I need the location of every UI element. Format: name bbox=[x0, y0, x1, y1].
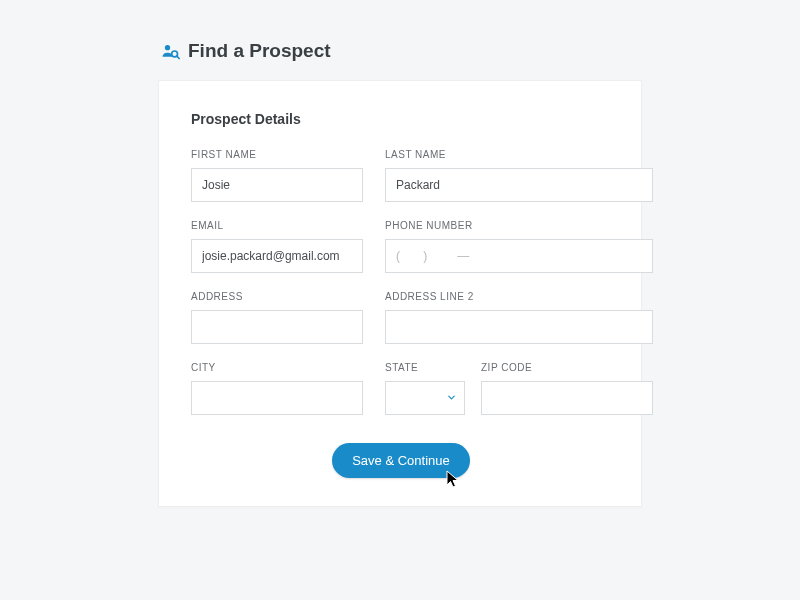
last-name-label: LAST NAME bbox=[385, 149, 653, 160]
email-input[interactable] bbox=[191, 239, 363, 273]
last-name-input[interactable] bbox=[385, 168, 653, 202]
phone-label: PHONE NUMBER bbox=[385, 220, 653, 231]
address2-field: ADDRESS LINE 2 bbox=[385, 291, 653, 344]
form-grid: FIRST NAME LAST NAME EMAIL PHONE NUMBER … bbox=[191, 149, 611, 415]
button-row: Save & Continue bbox=[191, 443, 611, 478]
prospect-details-card: Prospect Details FIRST NAME LAST NAME EM… bbox=[158, 80, 642, 507]
address2-label: ADDRESS LINE 2 bbox=[385, 291, 653, 302]
state-label: STATE bbox=[385, 362, 465, 373]
zip-field: ZIP CODE bbox=[481, 362, 653, 415]
first-name-field: FIRST NAME bbox=[191, 149, 363, 202]
address-field: ADDRESS bbox=[191, 291, 363, 344]
state-field: STATE bbox=[385, 362, 465, 415]
zip-label: ZIP CODE bbox=[481, 362, 653, 373]
page-title: Find a Prospect bbox=[188, 40, 331, 62]
city-input[interactable] bbox=[191, 381, 363, 415]
save-continue-button[interactable]: Save & Continue bbox=[332, 443, 470, 478]
address2-input[interactable] bbox=[385, 310, 653, 344]
city-label: CITY bbox=[191, 362, 363, 373]
svg-point-0 bbox=[165, 45, 170, 50]
last-name-field: LAST NAME bbox=[385, 149, 653, 202]
state-zip-row: STATE ZIP CODE bbox=[385, 362, 653, 415]
section-title: Prospect Details bbox=[191, 111, 611, 127]
address-label: ADDRESS bbox=[191, 291, 363, 302]
city-field: CITY bbox=[191, 362, 363, 415]
email-label: EMAIL bbox=[191, 220, 363, 231]
prospect-icon bbox=[160, 41, 180, 61]
zip-input[interactable] bbox=[481, 381, 653, 415]
phone-input[interactable] bbox=[385, 239, 653, 273]
first-name-label: FIRST NAME bbox=[191, 149, 363, 160]
address-input[interactable] bbox=[191, 310, 363, 344]
phone-field: PHONE NUMBER bbox=[385, 220, 653, 273]
email-field: EMAIL bbox=[191, 220, 363, 273]
first-name-input[interactable] bbox=[191, 168, 363, 202]
page-header: Find a Prospect bbox=[0, 40, 800, 80]
state-select[interactable] bbox=[385, 381, 465, 415]
